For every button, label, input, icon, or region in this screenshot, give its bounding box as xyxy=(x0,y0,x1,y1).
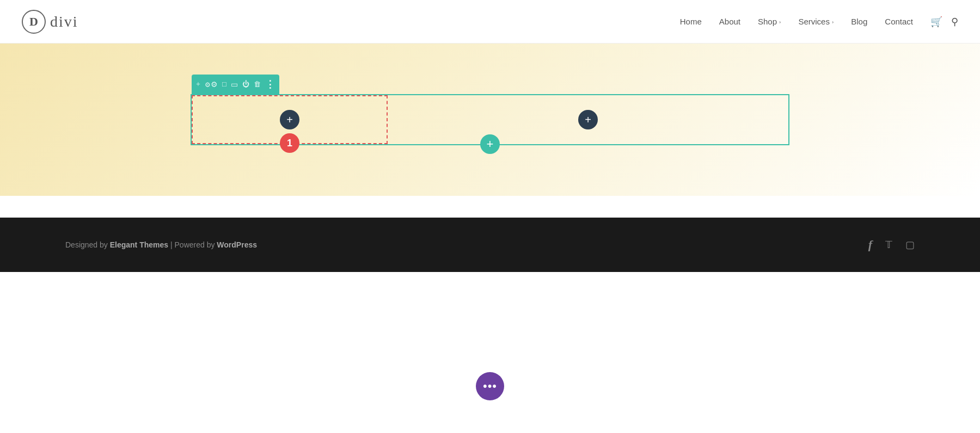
step-badge: 1 xyxy=(280,133,299,153)
nav-blog[interactable]: Blog xyxy=(851,17,867,26)
logo-icon: D xyxy=(22,10,46,34)
nav-utility-icons: 🛒 ⚲ xyxy=(930,16,958,28)
nav-services[interactable]: Services xyxy=(798,17,830,26)
toolbar-trash-icon[interactable]: 🗑 xyxy=(254,80,261,89)
toolbar-columns-icon[interactable]: ▭ xyxy=(231,80,238,89)
add-module-left-button[interactable]: + xyxy=(280,110,299,129)
toolbar-more-icon[interactable]: ⋮ xyxy=(265,78,275,90)
floating-action-button[interactable]: ••• xyxy=(476,372,504,400)
logo-text: divi xyxy=(50,13,78,30)
toolbar-duplicate-icon[interactable]: □ xyxy=(222,80,226,89)
footer-separator: | Powered by xyxy=(168,240,217,249)
toolbar-power-icon[interactable]: ⏻ xyxy=(242,80,249,89)
toolbar-add-icon[interactable] xyxy=(196,80,200,89)
instagram-icon[interactable]: ▢ xyxy=(905,239,915,251)
elegant-themes-link[interactable]: Elegant Themes xyxy=(110,240,168,249)
main-content: ⚙ □ ▭ ⏻ 🗑 ⋮ + 1 + + xyxy=(0,0,980,433)
add-module-right-button[interactable]: + xyxy=(578,110,598,129)
site-footer: Designed by Elegant Themes | Powered by … xyxy=(0,218,980,272)
nav-shop-group: Shop › xyxy=(758,17,781,26)
footer-credit: Designed by Elegant Themes | Powered by … xyxy=(65,240,257,249)
toolbar-settings-icon[interactable]: ⚙ xyxy=(205,80,218,89)
facebook-icon[interactable]: f xyxy=(868,238,872,252)
footer-prefix: Designed by xyxy=(65,240,110,249)
cart-icon[interactable]: 🛒 xyxy=(930,16,942,28)
right-column: + xyxy=(388,95,788,144)
below-fold-area xyxy=(0,272,980,433)
wordpress-link[interactable]: WordPress xyxy=(217,240,257,249)
nav-shop[interactable]: Shop xyxy=(758,17,777,26)
footer-social-icons: f 𝕋 ▢ xyxy=(868,238,915,252)
nav-contact[interactable]: Contact xyxy=(885,17,913,26)
nav-services-group: Services › xyxy=(798,17,834,26)
nav-shop-arrow: › xyxy=(779,18,781,24)
nav-home[interactable]: Home xyxy=(680,17,702,26)
column-toolbar: ⚙ □ ▭ ⏻ 🗑 ⋮ xyxy=(192,75,279,94)
search-icon[interactable]: ⚲ xyxy=(951,16,958,28)
left-column: + 1 xyxy=(192,95,388,144)
main-nav: Home About Shop › Services › Blog Contac… xyxy=(680,16,958,28)
nav-services-arrow: › xyxy=(832,18,834,24)
logo[interactable]: D divi xyxy=(22,10,78,34)
nav-about[interactable]: About xyxy=(719,17,740,26)
editor-area: ⚙ □ ▭ ⏻ 🗑 ⋮ + 1 + + xyxy=(0,44,980,196)
site-header: D divi Home About Shop › Services › Blog… xyxy=(0,0,980,44)
add-row-button[interactable]: + xyxy=(480,134,500,154)
row-container: ⚙ □ ▭ ⏻ 🗑 ⋮ + 1 + + xyxy=(191,94,789,145)
twitter-icon[interactable]: 𝕋 xyxy=(885,239,892,251)
